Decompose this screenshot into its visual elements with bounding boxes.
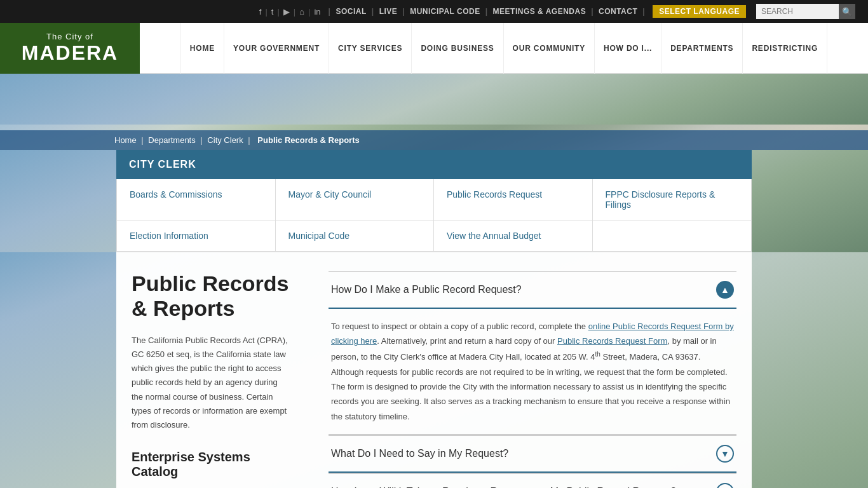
dept-nav-records-request[interactable]: Public Records Request [434,179,593,220]
accordion-item-3: How Long Will it Take to Receive a Respo… [329,473,736,488]
twitter-icon[interactable]: t [271,7,274,17]
municipal-code-link[interactable]: MUNICIPAL CODE [410,7,480,16]
accordion-item-1: How Do I Make a Public Record Request? ▲… [329,271,736,435]
dept-nav-election[interactable]: Election Information [117,220,276,252]
accordion-body-1: To request to inspect or obtain a copy o… [329,309,736,435]
nav-doing-business[interactable]: DOING BUSINESS [412,23,503,74]
main-navigation: HOME YOUR GOVERNMENT CITY SERVICES DOING… [140,23,868,74]
accordion-icon-3: ▼ [716,483,734,488]
search-input[interactable] [756,4,839,19]
social-icons: f | t | ▶ | ⌂ | in [259,7,321,17]
dept-title: CITY CLERK [116,150,752,179]
top-sep2: | [277,7,279,17]
enterprise-heading: Enterprise Systems Catalog [132,450,290,479]
language-selector[interactable]: SELECT LANGUAGE [653,5,746,18]
page-title: Public Records & Reports [132,271,290,321]
search-button[interactable]: 🔍 [839,4,855,19]
accordion-icon-up-1: ▲ [716,281,734,299]
top-sep4: | [308,7,310,17]
accordion-header-2[interactable]: What Do I Need to Say in My Request? ▼ [329,435,736,473]
breadcrumb-current: Public Records & Reports [257,135,359,145]
accordion-item-2: What Do I Need to Say in My Request? ▼ [329,435,736,473]
nav-how-do-i[interactable]: HOW DO I... [595,23,661,74]
breadcrumb: Home | Departments | City Clerk | Public… [0,130,868,150]
dept-navigation: Boards & Commissions Mayor & City Counci… [116,179,752,252]
linkedin-icon[interactable]: in [314,7,320,17]
accordion-header-1[interactable]: How Do I Make a Public Record Request? ▲ [329,271,736,309]
facebook-icon[interactable]: f [259,7,262,17]
nav-city-services[interactable]: CITY SERVICES [329,23,412,74]
live-link[interactable]: LIVE [379,7,398,16]
accordion-title-2: What Do I Need to Say in My Request? [331,448,508,459]
nav-your-government[interactable]: YOUR GOVERNMENT [224,23,329,74]
accordion-icon-2: ▼ [716,445,734,463]
contact-link[interactable]: CONTACT [599,7,637,16]
dept-nav-municipal[interactable]: Municipal Code [276,220,435,252]
dept-nav-empty [593,220,752,252]
breadcrumb-home[interactable]: Home [114,135,137,145]
search-box: 🔍 [756,4,855,19]
breadcrumb-city-clerk[interactable]: City Clerk [207,135,243,145]
page-description: The California Public Records Act (CPRA)… [132,334,290,432]
nav-redistricting[interactable]: REDISTRICTING [743,23,827,74]
logo[interactable]: The City of MADERA [0,23,140,74]
nav-departments[interactable]: DEPARTMENTS [661,23,743,74]
logo-city-name: MADERA [22,41,118,65]
dept-nav-budget[interactable]: View the Annual Budget [434,220,593,252]
dept-nav-fppc[interactable]: FPPC Disclosure Reports & Filings [593,179,752,220]
top-bar: f | t | ▶ | ⌂ | in | SOCIAL | LIVE | MUN… [0,0,868,23]
dept-nav-mayor[interactable]: Mayor & City Council [276,179,435,220]
nav-our-community[interactable]: OUR COMMUNITY [504,23,595,74]
accordion-title-1: How Do I Make a Public Record Request? [331,284,522,295]
top-nav-links: | SOCIAL | LIVE | MUNICIPAL CODE | MEETI… [326,7,648,16]
city-clerk-section: CITY CLERK Boards & Commissions Mayor & … [116,150,752,252]
meetings-link[interactable]: MEETINGS & AGENDAS [493,7,587,16]
site-header: The City of MADERA HOME YOUR GOVERNMENT … [0,23,868,74]
accordion-header-3[interactable]: How Long Will it Take to Receive a Respo… [329,473,736,488]
accordion-section: How Do I Make a Public Record Request? ▲… [329,271,736,488]
top-sep3: | [294,7,295,17]
dept-nav-boards[interactable]: Boards & Commissions [117,179,276,220]
home-icon[interactable]: ⌂ [299,7,304,17]
records-form-link[interactable]: Public Records Request Form [557,336,667,346]
left-column: Public Records & Reports The California … [132,271,309,488]
online-records-link[interactable]: online Public Records Request Form by cl… [331,322,734,346]
nav-home[interactable]: HOME [180,23,224,74]
social-link[interactable]: SOCIAL [336,7,366,16]
logo-city-of: The City of [46,32,93,41]
youtube-icon[interactable]: ▶ [283,7,290,17]
page-content: Public Records & Reports The California … [116,252,752,488]
top-sep: | [265,7,267,17]
breadcrumb-departments[interactable]: Departments [148,135,195,145]
